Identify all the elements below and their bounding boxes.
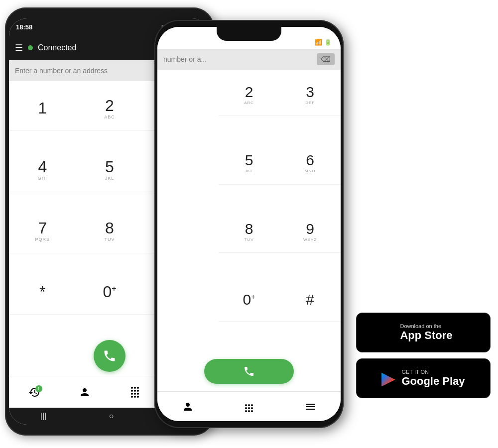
appstore-small-text: Download on the [400,323,452,329]
connection-status-dot [28,45,33,50]
ios-bottom-nav [157,391,341,421]
appstore-badge[interactable]: Download on the App Store [356,313,491,352]
ios-search-input[interactable] [163,55,313,63]
appstore-big-text: App Store [400,329,452,342]
home-btn[interactable]: ○ [109,412,114,421]
android-time: 18:58 [16,23,32,31]
ios-phone-icon [243,365,255,377]
ios-nav-menu[interactable] [279,401,341,413]
store-badges: Download on the App Store ▶ GET IT ON Go… [356,313,491,398]
googleplay-text: GET IT ON Google Play [401,369,465,388]
ios-dial-key-3[interactable]: 3 DEF [279,74,341,116]
googleplay-small-text: GET IT ON [401,369,465,375]
dial-key-1[interactable]: 1 [9,86,76,131]
ios-dial-key-8[interactable]: 8 TUV [219,211,280,253]
ios-menu-icon [304,401,316,413]
battery-ios-icon: 🔋 [324,39,332,46]
ios-dial-key-0[interactable]: 0+ [219,279,280,322]
dial-key-star[interactable]: * [9,270,76,315]
phone-iphone-screen: 9:41 📶 🔋 ⌫ 1 2 ABC [157,27,341,421]
ios-dial-key-9[interactable]: 9 WXYZ [279,211,341,253]
phone-iphone: 9:41 📶 🔋 ⌫ 1 2 ABC [154,20,344,428]
dial-key-8[interactable]: 8 TUV [76,209,143,253]
dial-key-4[interactable]: 4 GHI [9,147,76,192]
ios-status-icons: 📶 🔋 [315,39,332,46]
iphone-notch [217,27,281,41]
googleplay-big-text: Google Play [401,375,465,388]
ios-call-button[interactable] [204,359,294,384]
recent-apps-btn[interactable]: ||| [40,412,46,421]
ios-dialpad: 1 2 ABC 3 DEF 4 5 JKL [157,70,341,351]
nav-dialpad[interactable] [110,386,160,398]
dial-key-2[interactable]: 2 ABC [76,86,143,131]
ios-call-button-row [157,351,341,391]
dialpad-icon [129,386,141,398]
google-play-icon: ▶ [381,368,395,389]
dial-key-5[interactable]: 5 JKL [76,147,143,192]
ios-backspace-button[interactable]: ⌫ [317,53,335,65]
ios-search-bar: ⌫ [157,49,341,70]
ios-contacts-icon [182,401,194,413]
dial-key-0[interactable]: 0+ [76,270,143,315]
appstore-text: Download on the App Store [400,323,452,342]
menu-icon[interactable]: ☰ [15,42,23,53]
googleplay-badge[interactable]: ▶ GET IT ON Google Play [356,358,491,398]
call-button[interactable] [94,340,125,372]
ios-nav-dialpad[interactable] [219,401,280,413]
ios-dial-key-6[interactable]: 6 MNO [279,142,341,185]
contacts-icon [79,386,91,398]
nav-contacts[interactable] [59,386,110,398]
ios-nav-contacts[interactable] [157,401,219,413]
ios-dial-key-hash[interactable]: # [279,279,341,322]
nav-recents[interactable]: 1 [9,386,59,398]
ios-dial-key-5[interactable]: 5 JKL [219,142,280,185]
ios-dialpad-icon [243,401,255,413]
ios-dial-key-2[interactable]: 2 ABC [219,74,280,116]
dial-key-7[interactable]: 7 PQRS [9,209,76,253]
phone-icon [103,349,117,363]
wifi-icon: 📶 [315,39,322,46]
recents-badge: 1 [35,385,42,392]
